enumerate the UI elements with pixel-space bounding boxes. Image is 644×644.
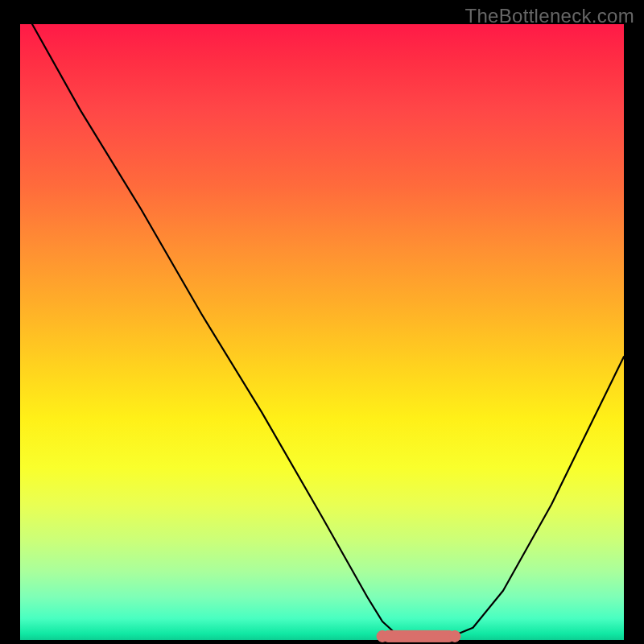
bottleneck-curve-line — [32, 24, 624, 636]
trough-right-cap — [449, 630, 460, 642]
trough-body — [382, 630, 455, 642]
trough-highlight — [377, 630, 460, 642]
watermark-text: TheBottleneck.com — [464, 5, 634, 27]
chart-stage: TheBottleneck.com — [0, 0, 644, 644]
plot-area — [20, 24, 624, 640]
curve-svg — [20, 24, 624, 640]
